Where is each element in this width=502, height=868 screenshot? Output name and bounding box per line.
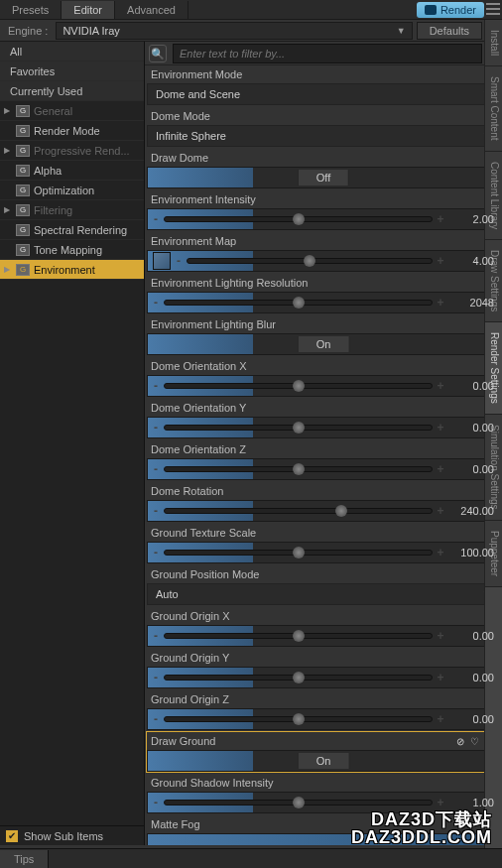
tab-advanced[interactable]: Advanced xyxy=(115,1,188,19)
decrement-button[interactable]: - xyxy=(151,379,161,393)
increment-button[interactable]: + xyxy=(436,254,445,268)
decrement-button[interactable]: - xyxy=(151,671,161,684)
param-select[interactable]: Infinite Sphere▼ xyxy=(147,125,500,147)
slider-thumb[interactable] xyxy=(293,797,305,808)
slider-thumb[interactable] xyxy=(293,422,305,434)
param-value[interactable]: 1.00 xyxy=(448,797,496,808)
decrement-button[interactable]: - xyxy=(174,254,184,268)
sidebar-item-general[interactable]: ▶GGeneral xyxy=(0,101,144,121)
param-value[interactable]: 0.00 xyxy=(448,463,496,475)
search-icon[interactable]: 🔍 xyxy=(149,45,167,62)
slider-track[interactable] xyxy=(164,425,433,431)
increment-button[interactable]: + xyxy=(436,421,445,434)
decrement-button[interactable]: - xyxy=(151,462,161,476)
sidebar-item-optimization[interactable]: GOptimization xyxy=(0,181,144,200)
slider-track[interactable] xyxy=(164,508,433,514)
engine-select[interactable]: NVIDIA Iray ▼ xyxy=(56,22,412,40)
increment-button[interactable]: + xyxy=(436,504,445,518)
slider-thumb[interactable] xyxy=(293,672,305,683)
defaults-button[interactable]: Defaults xyxy=(417,22,482,40)
link-icon[interactable]: ⊘ xyxy=(456,736,468,747)
increment-button[interactable]: + xyxy=(436,379,445,393)
param-value[interactable]: 0.00 xyxy=(448,422,496,434)
slider-track[interactable] xyxy=(164,675,433,681)
param-value[interactable]: 240.00 xyxy=(448,505,496,517)
slider-thumb[interactable] xyxy=(293,713,305,725)
decrement-button[interactable]: - xyxy=(151,796,161,809)
increment-button[interactable]: + xyxy=(436,462,445,476)
decrement-button[interactable]: - xyxy=(151,712,161,726)
decrement-button[interactable]: - xyxy=(151,212,161,226)
filter-input[interactable] xyxy=(173,44,482,63)
checkbox-icon[interactable]: ✔ xyxy=(6,830,18,842)
param-select[interactable]: Auto▼ xyxy=(147,583,500,605)
increment-button[interactable]: + xyxy=(436,212,445,226)
tab-presets[interactable]: Presets xyxy=(0,1,62,19)
param-value[interactable]: 2048 xyxy=(448,297,496,309)
param-toggle[interactable]: Off xyxy=(147,167,500,188)
expand-icon[interactable]: ▶ xyxy=(4,265,12,274)
right-tab-install[interactable]: Install xyxy=(485,20,502,66)
slider-track[interactable] xyxy=(164,216,433,222)
param-value[interactable]: 0.00 xyxy=(448,713,496,725)
expand-icon[interactable]: ▶ xyxy=(4,146,12,155)
decrement-button[interactable]: - xyxy=(151,421,161,434)
render-button[interactable]: Render xyxy=(417,2,484,18)
slider-thumb[interactable] xyxy=(293,630,305,642)
slider-thumb[interactable] xyxy=(293,213,305,225)
slider-track[interactable] xyxy=(164,800,433,806)
slider-thumb[interactable] xyxy=(293,547,305,558)
sidebar-item-alpha[interactable]: GAlpha xyxy=(0,161,144,181)
param-value[interactable]: 0.00 xyxy=(448,380,496,392)
slider-track[interactable] xyxy=(164,300,433,306)
sidebar-item-environment[interactable]: ▶GEnvironment xyxy=(0,260,144,280)
decrement-button[interactable]: - xyxy=(151,296,161,310)
tips-tab[interactable]: Tips xyxy=(0,850,49,868)
menu-icon[interactable] xyxy=(486,2,500,16)
param-toggle[interactable]: On xyxy=(147,750,500,772)
param-value[interactable]: 0.00 xyxy=(448,672,496,683)
slider-thumb[interactable] xyxy=(293,463,305,475)
increment-button[interactable]: + xyxy=(436,546,445,559)
slider-track[interactable] xyxy=(164,550,433,556)
sidebar-item-spectral-rendering[interactable]: GSpectral Rendering xyxy=(0,220,144,240)
slider-track[interactable] xyxy=(164,633,433,639)
map-thumbnail[interactable] xyxy=(153,252,171,270)
sidebar-all[interactable]: All xyxy=(0,42,144,62)
slider-thumb[interactable] xyxy=(293,297,305,309)
slider-track[interactable] xyxy=(164,383,433,389)
increment-button[interactable]: + xyxy=(436,671,445,684)
decrement-button[interactable]: - xyxy=(151,546,161,559)
sidebar-item-progressive-rend-[interactable]: ▶GProgressive Rend... xyxy=(0,141,144,161)
increment-button[interactable]: + xyxy=(436,712,445,726)
param-select[interactable]: Dome and Scene▼ xyxy=(147,83,500,105)
increment-button[interactable]: + xyxy=(436,629,445,643)
sidebar-item-render-mode[interactable]: GRender Mode xyxy=(0,121,144,141)
slider-thumb[interactable] xyxy=(304,255,315,267)
right-tab-smart-content[interactable]: Smart Content xyxy=(485,66,502,151)
expand-icon[interactable]: ▶ xyxy=(4,205,12,214)
sidebar-currently-used[interactable]: Currently Used xyxy=(0,81,144,101)
expand-icon[interactable]: ▶ xyxy=(4,106,12,115)
decrement-button[interactable]: - xyxy=(151,629,161,643)
decrement-button[interactable]: - xyxy=(151,504,161,518)
sidebar-item-filtering[interactable]: ▶GFiltering xyxy=(0,200,144,220)
param-value[interactable]: 4.00 xyxy=(448,255,496,267)
increment-button[interactable]: + xyxy=(436,296,445,310)
param-value[interactable]: 100.00 xyxy=(448,547,496,558)
slider-track[interactable] xyxy=(187,258,433,264)
slider-thumb[interactable] xyxy=(293,380,305,392)
heart-icon[interactable]: ♡ xyxy=(470,736,482,747)
slider-thumb[interactable] xyxy=(335,505,347,517)
increment-button[interactable]: + xyxy=(436,796,445,809)
slider-track[interactable] xyxy=(164,466,433,472)
sidebar-favorites[interactable]: Favorites xyxy=(0,62,144,81)
sidebar-item-tone-mapping[interactable]: GTone Mapping xyxy=(0,240,144,260)
right-tab-content-library[interactable]: Content Library xyxy=(485,152,502,240)
show-sub-items[interactable]: ✔ Show Sub Items xyxy=(0,825,144,845)
param-value[interactable]: 2.00 xyxy=(448,213,496,225)
param-toggle[interactable]: On xyxy=(147,333,500,355)
right-tab-render-settings[interactable]: Render Settings xyxy=(485,322,502,415)
param-value[interactable]: 0.00 xyxy=(448,630,496,642)
tab-editor[interactable]: Editor xyxy=(62,1,115,19)
